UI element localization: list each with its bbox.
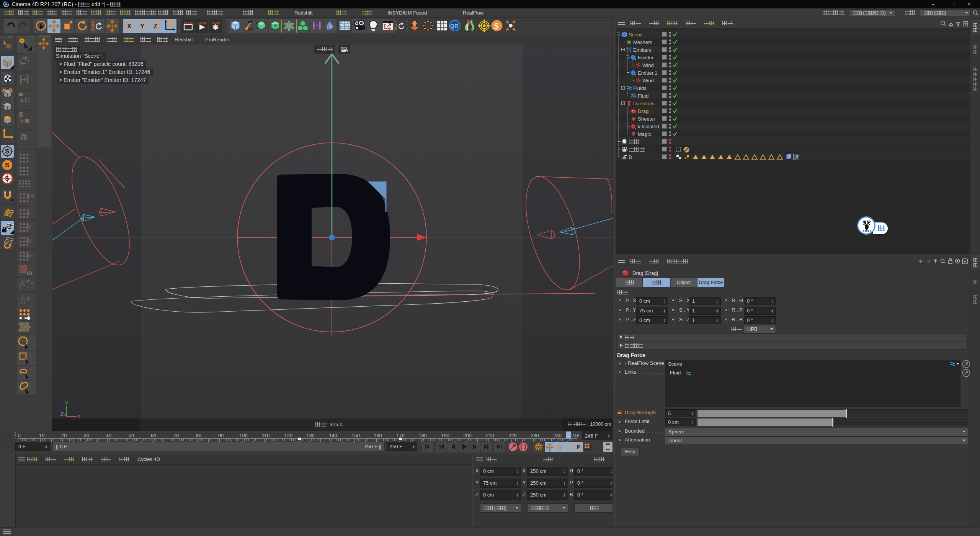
svg-text:Z: Z xyxy=(154,23,157,30)
svg-text:QR: QR xyxy=(450,23,458,29)
svg-text:Z: Z xyxy=(60,412,63,417)
svg-text:X: X xyxy=(127,23,132,30)
svg-text:R: R xyxy=(395,27,397,31)
svg-text:S: S xyxy=(5,162,9,169)
svg-text:P: P xyxy=(577,444,580,450)
svg-text:S: S xyxy=(5,148,9,155)
svg-text:S: S xyxy=(5,175,9,182)
svg-text:R: R xyxy=(91,27,95,31)
svg-text:X: X xyxy=(77,414,80,418)
svg-text:Y: Y xyxy=(65,400,68,406)
svg-text:Y: Y xyxy=(140,23,145,30)
svg-text:S: S xyxy=(494,21,499,31)
